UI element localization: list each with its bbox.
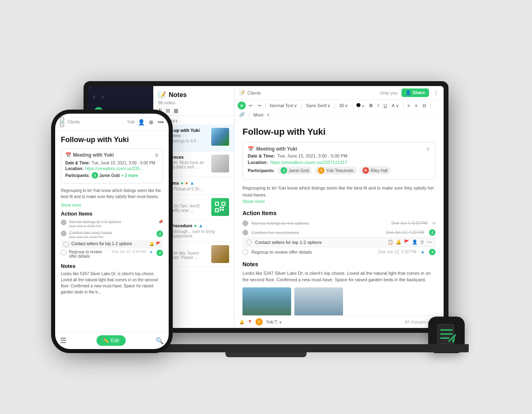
phone-datetime-label: Date & Time: [65,161,90,165]
action-item-3[interactable]: Contact sellers for top 1-2 options 📋 🔔 … [242,237,435,247]
indent-button[interactable]: ⊟ [421,102,428,109]
phone-more-icon[interactable]: ••• [158,119,164,125]
bullets-button[interactable]: ≡ [406,102,412,109]
yuki-dropdown[interactable]: Yuki T. ∨ [266,320,282,324]
numbered-button[interactable]: ≡ [413,102,419,109]
size-dropdown[interactable]: 30 ∨ [337,102,350,109]
editor-location-icon[interactable]: 📍 [247,320,252,324]
svg-rect-7 [222,207,224,208]
phone-menu-button[interactable]: ☰ [60,336,66,345]
phone-show-more[interactable]: Show more [61,203,163,207]
action-flag-1: ⊞ [432,221,435,225]
phone-back-button[interactable]: ‹ [60,117,64,127]
phone-participant-more[interactable]: + 2 more [121,173,138,178]
color-button[interactable]: ∨ [355,102,366,109]
redo-button[interactable]: ↪ [256,102,263,109]
meeting-expand-button[interactable]: ∨ [426,146,430,152]
participant-name-j: Jamie Gold [289,168,309,173]
notes-sort-button[interactable]: ⇅ [158,108,163,114]
meeting-location-label: Location: [248,160,268,165]
highlight-label: A [392,103,395,108]
action-checkbox-3[interactable] [246,239,252,245]
action-more-icon[interactable]: ••• [427,239,432,245]
action-checkbox-2[interactable]: ✓ [242,230,248,235]
notes-filter-button[interactable]: ⊞ [166,108,170,114]
sidebar-forward-button[interactable]: › [100,93,105,101]
link-button[interactable]: 🔗 [238,111,247,118]
notes-header: 📝 Notes 86 notes ⇅ ⊞ ▦ [153,86,234,116]
size-chevron: ∨ [345,103,348,108]
phone-participants-label: Participants: [65,173,90,178]
phone-action-avatar-4: J [157,250,163,256]
editor-panel: 📝 Clients Only you 👤 Share ⋮ [234,86,444,328]
phone-meeting-label: Meeting with Yuki [73,152,114,158]
phone-action-due-1: Due Jun 3, 5:30 PM [69,224,156,228]
highlight-button[interactable]: A ∨ [390,102,401,109]
notes-view-button[interactable]: ▦ [174,108,178,114]
font-dropdown[interactable]: Sans Serif ∨ [304,102,332,109]
action-bell-icon[interactable]: 🔔 [396,239,401,245]
editor-bottom-bar: 🔔 📍 Y Yuki T. ∨ All changes save... [234,315,444,328]
phone-location-link[interactable]: https://zerealtors.zoom.us/235... [85,166,143,171]
more-chevron: ∨ [267,112,270,117]
phone-action-item-3: Contact sellers for top 1-2 options 🔔🚩 [61,240,163,248]
phone-action-items-title: Action Items [61,211,163,217]
participant-avatar-y: Y [318,167,324,174]
phone-action-text-1: Narrow listings to 4-6 options [69,220,156,224]
sidebar-back-button[interactable]: ‹ [92,93,97,101]
action-flag-icon[interactable]: 🚩 [404,239,410,245]
action-text-4: Regroup to review offer details [251,250,312,254]
action-item-3-tools: 📋 🔔 🚩 👤 🗑 ••• [388,239,432,245]
editor-more-button[interactable]: ⋮ [433,90,439,96]
action-copy-icon[interactable]: 📋 [388,239,393,245]
phone-edit-button[interactable]: ✏️ Edit [97,335,126,346]
add-content-button[interactable]: + [238,101,246,110]
note-item-5-tag-blue: ▲ [199,223,204,229]
phone-yuki-label: Yuki [127,120,135,124]
meeting-label: Meeting with Yuki [256,146,297,152]
notes-title-text: Notes [169,91,187,99]
editor-bell-icon[interactable]: 🔔 [239,320,244,324]
phone-location-row: Location: https://zerealtors.zoom.us/235… [65,166,159,171]
phone-meeting-header: 📅 Meeting with Yuki ∨ [65,152,159,158]
phone-checkbox-2: ✓ [61,231,66,236]
meeting-datetime-row: Date & Time: Tue, June 15, 2021, 3:00 - … [248,153,430,158]
more-button[interactable]: More [252,112,265,118]
notes-icon: 📝 [158,91,166,99]
bold-button[interactable]: B [368,102,374,109]
share-button[interactable]: 👤 Share [401,88,429,97]
text-style-dropdown[interactable]: Normal Text ∨ [268,102,299,109]
italic-button[interactable]: I [376,102,380,109]
phone-search-button[interactable]: 🔍 [156,337,164,345]
meeting-participants-row: Participants: J Jamie Gold Y Yuki Tetsum… [248,166,430,175]
phone-action-text-2: Confirm her must-haves [69,231,154,235]
meeting-calendar-icon: 📅 [248,146,254,152]
action-checkbox-4[interactable] [242,249,248,255]
editor-content: Follow-up with Yuki 📅 Meeting with Yuki … [234,120,444,315]
phone-frame: ‹ Clients Yuki 👤 ⊕ ••• Follow-up with Yu… [55,114,169,349]
action-items-title: Action Items [242,210,435,216]
phone-action-icons-3: 🔔🚩 [149,242,161,246]
note-item-5-text: ough Procedure ● ▲ ach walkthrough... uy… [158,223,229,238]
show-more-link[interactable]: Show more [242,199,265,204]
action-dot-4: ● [421,249,424,255]
sidebar-nav-row: ‹ › [92,91,150,102]
action-checkbox-1[interactable]: ✓ [242,220,248,226]
note-item-5-tag-green: ● [194,223,197,229]
phone-share-icon[interactable]: ⊕ [149,119,154,125]
meeting-location-link[interactable]: https://zerealtors.zoom.us/2357111317 [270,160,348,165]
phone-meeting-chevron[interactable]: ∨ [154,152,159,158]
note-item-3-preview: Dance - Pickup at 5:30... [158,187,229,191]
color-chevron: ∨ [362,104,365,108]
phone-participant-name: Jamie Gold [99,173,120,178]
underline-button[interactable]: U [382,102,388,109]
note-item-5-title: ough Procedure ● ▲ [158,223,229,229]
editor-topbar-right: Only you 👤 Share ⋮ [380,88,439,97]
toolbar-sep-4 [352,102,352,109]
action-person-icon[interactable]: 👤 [412,239,418,245]
phone-person-icon[interactable]: 👤 [138,119,145,125]
action-text-1: Narrow listings to 4-6 options [251,221,309,226]
undo-button[interactable]: ↩ [247,102,254,109]
action-trash-icon[interactable]: 🗑 [420,239,425,245]
phone-action-item-2: ✓ Confirm her must-haves Due Jun 14, 4:3… [61,229,163,240]
